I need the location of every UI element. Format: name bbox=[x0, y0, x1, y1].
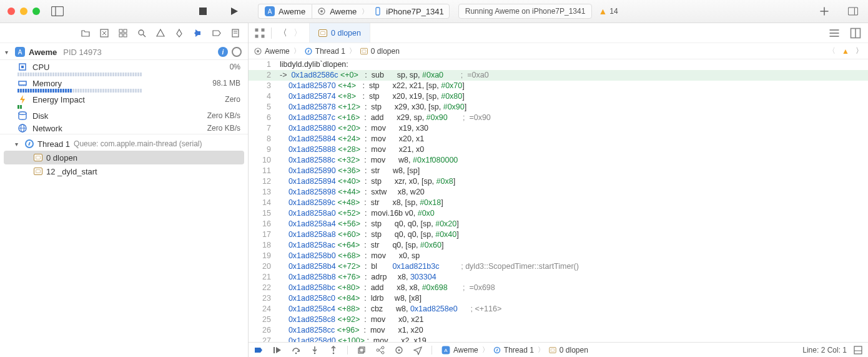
code-line[interactable]: 20 0x1ad8258b4 <+72> : bl 0x1ad821b3c ; … bbox=[249, 261, 868, 272]
step-out-icon[interactable] bbox=[328, 345, 338, 355]
gauge-row-disk[interactable]: DiskZero KB/s bbox=[0, 109, 248, 121]
svg-point-56 bbox=[398, 349, 400, 351]
scheme-selector[interactable]: A Aweme bbox=[258, 4, 312, 19]
code-line[interactable]: 14 0x1ad82589c <+48> : str x8, [sp, #0x1… bbox=[249, 198, 868, 208]
cursor-position: Line: 2 Col: 1 bbox=[802, 346, 847, 354]
code-line[interactable]: 22 0x1ad8258bc <+80> : add x8, x8, #0x69… bbox=[249, 283, 868, 293]
cpu-icon bbox=[17, 62, 27, 72]
code-line[interactable]: 16 0x1ad8258a4 <+56> : stp q0, q0, [sp, … bbox=[249, 219, 868, 229]
debug-breadcrumb[interactable]: A Aweme 〉 Thread 1 〉 0 dlopen bbox=[441, 345, 588, 355]
gauge-row-cpu[interactable]: CPU0% bbox=[0, 60, 248, 73]
toggle-navigator-icon[interactable] bbox=[51, 6, 64, 16]
simulate-location-icon[interactable] bbox=[413, 345, 423, 355]
svg-point-47 bbox=[333, 352, 335, 354]
step-into-icon[interactable] bbox=[310, 345, 320, 355]
editor-area: 〈 〉 0 dlopen Aweme 〉 Thread 1 〉 0 dlopen… bbox=[249, 23, 868, 357]
toggle-breakpoints-icon[interactable] bbox=[254, 345, 264, 355]
crumb-0: Aweme bbox=[453, 346, 478, 354]
code-line[interactable]: 13 0x1ad825898 <+44> : sxtw x8, w20 bbox=[249, 187, 868, 198]
code-line[interactable]: 10 0x1ad82588c <+32> : mov w8, #0x1f0800… bbox=[249, 155, 868, 166]
code-line[interactable]: 18 0x1ad8258ac <+64> : str q0, [sp, #0x6… bbox=[249, 240, 868, 251]
prev-issue-icon[interactable]: 〈 bbox=[828, 46, 836, 56]
nav-find-icon[interactable] bbox=[137, 28, 147, 38]
warnings-count: 14 bbox=[609, 7, 618, 16]
svg-rect-42 bbox=[274, 347, 275, 353]
nav-test-icon[interactable] bbox=[174, 28, 184, 38]
editor-list-icon[interactable] bbox=[828, 27, 841, 39]
code-line[interactable]: 25 0x1ad8258c8 <+92> : mov x0, x21 bbox=[249, 314, 868, 325]
code-line[interactable]: 17 0x1ad8258a8 <+60> : stp q0, q0, [sp, … bbox=[249, 229, 868, 240]
jump-bar[interactable]: Aweme 〉 Thread 1 〉 0 dlopen 〈 ▲ 〉 bbox=[249, 43, 868, 59]
code-line[interactable]: 5 0x1ad825878 <+12> : stp x29, x30, [sp,… bbox=[249, 102, 868, 113]
related-items-icon[interactable] bbox=[254, 27, 266, 39]
add-editor-button[interactable] bbox=[819, 6, 829, 16]
minimize-window-button[interactable] bbox=[20, 8, 27, 15]
svg-rect-13 bbox=[119, 34, 122, 37]
code-line[interactable]: 11 0x1ad825890 <+36> : str w8, [sp] bbox=[249, 166, 868, 176]
code-line[interactable]: 27 0x1ad8258d0 <+100> : mov x2, x19 bbox=[249, 336, 868, 342]
disclosure-triangle-icon[interactable]: ▾ bbox=[15, 141, 21, 148]
code-line[interactable]: 15 0x1ad8258a0 <+52> : movi.16b v0, #0x0 bbox=[249, 208, 868, 219]
code-line[interactable]: 9 0x1ad825888 <+28> : mov x21, x0 bbox=[249, 144, 868, 155]
info-badge-icon[interactable]: i bbox=[218, 47, 228, 57]
close-window-button[interactable] bbox=[7, 8, 15, 15]
thread-row[interactable]: ▾ Thread 1 Queue: com.apple.main-thread … bbox=[0, 137, 248, 151]
nav-forward-button[interactable]: 〉 bbox=[292, 27, 304, 39]
debug-view-hierarchy-icon[interactable] bbox=[357, 345, 367, 355]
code-line[interactable]: 7 0x1ad825880 <+20> : mov x19, x30 bbox=[249, 123, 868, 134]
code-line[interactable]: 2-> 0x1ad82586c <+0> : sub sp, sp, #0xa0… bbox=[249, 70, 868, 81]
code-line[interactable]: 26 0x1ad8258cc <+96> : mov x1, x20 bbox=[249, 325, 868, 336]
nav-issue-icon[interactable] bbox=[155, 28, 165, 38]
step-over-icon[interactable] bbox=[291, 345, 301, 355]
device-icon bbox=[373, 7, 382, 16]
jump-seg-0[interactable]: Aweme bbox=[265, 47, 290, 56]
toggle-inspector-icon[interactable] bbox=[848, 6, 858, 16]
editor-layout-icon[interactable] bbox=[849, 27, 862, 39]
warning-icon[interactable]: ▲ bbox=[842, 47, 849, 56]
nav-folder-icon[interactable] bbox=[81, 28, 91, 38]
toggle-variables-view-icon[interactable] bbox=[853, 345, 863, 355]
editor-tab[interactable]: 0 dlopen bbox=[309, 23, 370, 43]
stack-frame-row[interactable]: 0 dlopen bbox=[4, 151, 244, 164]
environment-overrides-icon[interactable] bbox=[394, 345, 404, 355]
code-line[interactable]: 6 0x1ad82587c <+16> : add x29, sp, #0x90… bbox=[249, 113, 868, 123]
app-icon: A bbox=[265, 6, 275, 16]
gauge-row-energy[interactable]: Energy ImpactZero bbox=[0, 93, 248, 105]
code-line[interactable]: 24 0x1ad8258c4 <+88> : cbz w8, 0x1ad8258… bbox=[249, 304, 868, 314]
warnings-badge[interactable]: ▲ 14 bbox=[598, 6, 618, 16]
stop-button[interactable] bbox=[198, 6, 208, 16]
jump-seg-2[interactable]: 0 dlopen bbox=[371, 47, 400, 56]
nav-back-button[interactable]: 〈 bbox=[277, 27, 289, 39]
nav-breakpoint-icon[interactable] bbox=[212, 28, 222, 38]
gauge-row-memory[interactable]: Memory98.1 MB bbox=[0, 76, 248, 89]
gauge-row-network[interactable]: NetworkZero KB/s bbox=[0, 121, 248, 134]
next-issue-icon[interactable]: 〉 bbox=[856, 46, 863, 56]
navigator-toolbar bbox=[0, 23, 248, 43]
zoom-window-button[interactable] bbox=[32, 8, 40, 15]
code-line[interactable]: 8 0x1ad825884 <+24> : mov x20, x1 bbox=[249, 134, 868, 144]
continue-icon[interactable] bbox=[272, 345, 282, 355]
code-line[interactable]: 21 0x1ad8258b8 <+76> : adrp x8, 303304 bbox=[249, 272, 868, 283]
process-header[interactable]: ▾ A Aweme PID 14973 i bbox=[0, 43, 248, 60]
window-titlebar: A Aweme Aweme 〉 iPhone7P_1341 Running Aw… bbox=[0, 0, 868, 23]
stack-frame-row[interactable]: 12 _dyld_start bbox=[0, 164, 248, 178]
run-destination[interactable]: Aweme 〉 iPhone7P_1341 bbox=[312, 4, 450, 19]
run-button[interactable] bbox=[229, 6, 239, 16]
code-line[interactable]: 3 0x1ad825870 <+4> : stp x22, x21, [sp, … bbox=[249, 81, 868, 91]
code-line[interactable]: 4 0x1ad825874 <+8> : stp x20, x19, [sp, … bbox=[249, 91, 868, 102]
disassembly-view[interactable]: Thread 1: breakpoint 17.2 (1) ≡ 1libdyld… bbox=[249, 59, 868, 342]
code-line[interactable]: 19 0x1ad8258b0 <+68> : mov x0, sp bbox=[249, 251, 868, 261]
disclosure-triangle-icon[interactable]: ▾ bbox=[5, 49, 11, 56]
svg-rect-2 bbox=[199, 8, 207, 15]
gauge-value: 98.1 MB bbox=[212, 79, 240, 88]
traffic-lights bbox=[0, 8, 40, 15]
nav-debug-icon[interactable] bbox=[193, 28, 203, 38]
nav-report-icon[interactable] bbox=[230, 28, 240, 38]
jump-seg-1[interactable]: Thread 1 bbox=[315, 47, 345, 56]
nav-source-control-icon[interactable] bbox=[99, 28, 109, 38]
profile-badge-icon[interactable] bbox=[232, 47, 242, 57]
code-line[interactable]: 12 0x1ad825894 <+40> : stp xzr, x0, [sp,… bbox=[249, 176, 868, 187]
code-line[interactable]: 23 0x1ad8258c0 <+84> : ldrb w8, [x8] bbox=[249, 293, 868, 304]
debug-memory-graph-icon[interactable] bbox=[375, 345, 385, 355]
nav-symbol-icon[interactable] bbox=[118, 28, 128, 38]
